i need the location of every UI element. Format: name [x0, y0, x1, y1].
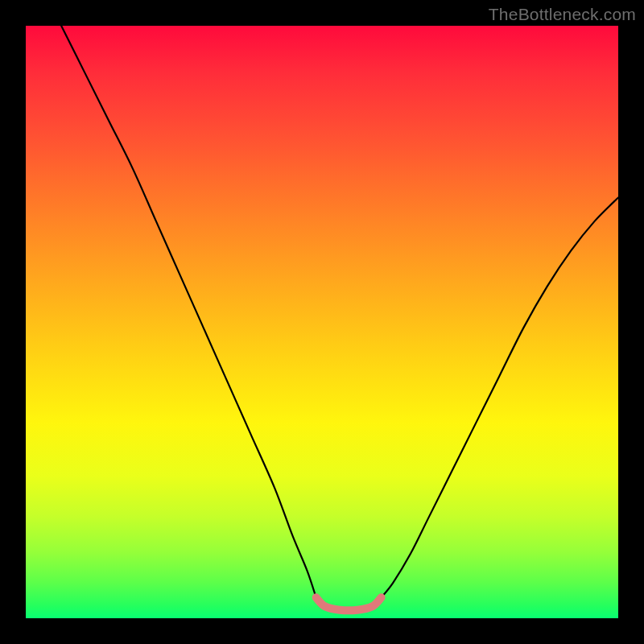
- chart-canvas: TheBottleneck.com: [0, 0, 644, 644]
- right-curve-path: [382, 197, 618, 597]
- valley-band-path: [316, 597, 382, 610]
- watermark-text: TheBottleneck.com: [489, 5, 636, 24]
- chart-svg: [26, 26, 618, 618]
- left-curve-path: [61, 26, 316, 597]
- plot-area: [26, 26, 618, 618]
